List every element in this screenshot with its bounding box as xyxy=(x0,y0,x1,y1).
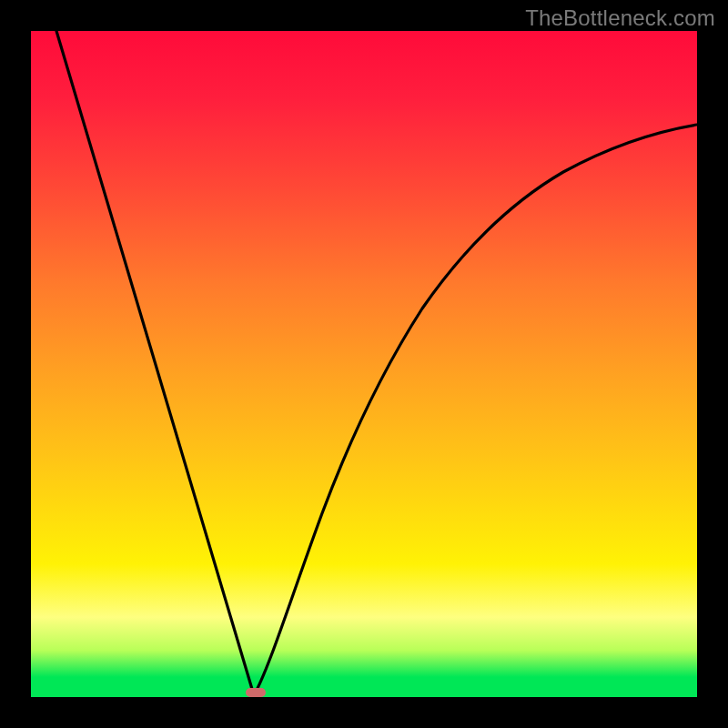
plot-area xyxy=(31,31,697,697)
chart-frame: TheBottleneck.com xyxy=(0,0,728,728)
curve-path xyxy=(56,31,697,695)
trough-marker xyxy=(246,688,266,697)
bottleneck-curve xyxy=(31,31,697,697)
watermark-text: TheBottleneck.com xyxy=(525,5,715,31)
